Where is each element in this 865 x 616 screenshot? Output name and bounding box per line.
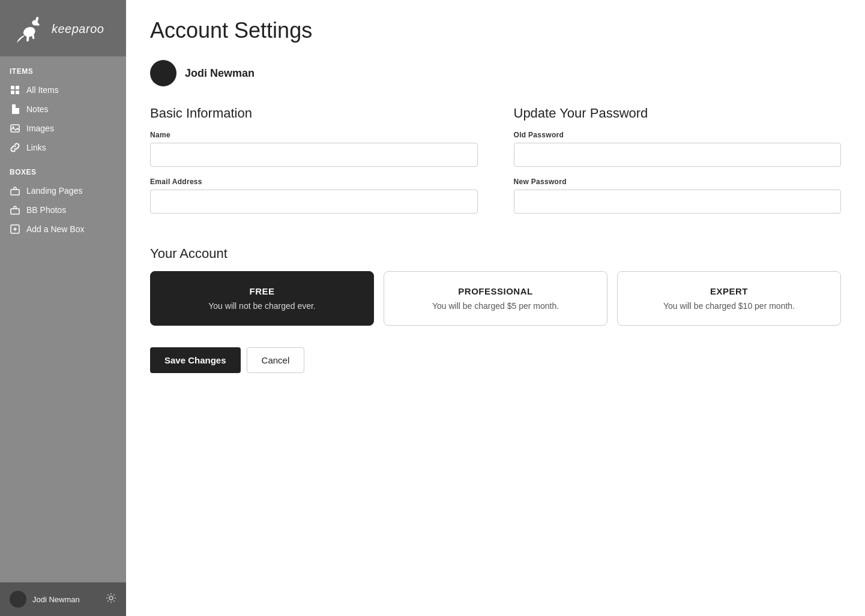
email-label: Email Address — [150, 178, 478, 186]
update-password-title: Update Your Password — [514, 106, 842, 121]
sidebar-item-label: All Items — [26, 85, 59, 95]
page-title: Account Settings — [150, 18, 841, 43]
sidebar-item-add-new-box[interactable]: Add a New Box — [0, 220, 126, 239]
logo-area[interactable]: keeparoo — [0, 0, 126, 56]
sidebar-item-landing-pages[interactable]: Landing Pages — [0, 181, 126, 200]
user-display-name: Jodi Newman — [185, 67, 255, 80]
user-avatar — [150, 60, 176, 86]
grid-icon — [10, 85, 20, 95]
name-label: Name — [150, 131, 478, 139]
email-input[interactable] — [150, 190, 478, 214]
box-icon-2 — [10, 205, 20, 215]
sidebar-section-label-items: ITEMS — [0, 56, 126, 80]
sidebar-item-notes[interactable]: Notes — [0, 100, 126, 119]
sidebar-footer: Jodi Newman — [0, 582, 126, 616]
old-password-field-group: Old Password — [514, 131, 842, 167]
sidebar-item-bb-photos[interactable]: BB Photos — [0, 200, 126, 220]
sidebar-item-links[interactable]: Links — [0, 138, 126, 157]
user-header: Jodi Newman — [150, 60, 841, 86]
name-input[interactable] — [150, 143, 478, 167]
sidebar-item-images[interactable]: Images — [0, 119, 126, 138]
svg-point-16 — [109, 596, 113, 600]
plan-name-expert: EXPERT — [630, 286, 828, 296]
plan-name-free: FREE — [163, 286, 361, 296]
update-password-section: Update Your Password Old Password New Pa… — [514, 106, 842, 224]
sidebar-item-all-items[interactable]: All Items — [0, 80, 126, 100]
cancel-button[interactable]: Cancel — [247, 347, 305, 373]
new-password-input[interactable] — [514, 190, 842, 214]
new-password-field-group: New Password — [514, 178, 842, 214]
form-sections: Basic Information Name Email Address Upd… — [150, 106, 841, 224]
plus-box-icon — [10, 224, 20, 235]
save-changes-button[interactable]: Save Changes — [150, 347, 241, 373]
basic-info-title: Basic Information — [150, 106, 478, 121]
svg-rect-7 — [11, 86, 14, 89]
plan-name-professional: PROFESSIONAL — [396, 286, 595, 296]
basic-information-section: Basic Information Name Email Address — [150, 106, 478, 224]
plan-desc-expert: You will be charged $10 per month. — [630, 301, 828, 311]
link-icon — [10, 142, 20, 153]
logo-icon — [10, 11, 46, 47]
doc-icon — [10, 104, 20, 115]
sidebar-section-boxes: BOXES Landing Pages BB Photos — [0, 157, 126, 239]
sidebar-section-items: ITEMS All Items Notes — [0, 56, 126, 157]
svg-rect-8 — [16, 86, 19, 89]
plan-desc-professional: You will be charged $5 per month. — [396, 301, 595, 311]
svg-rect-9 — [11, 91, 14, 94]
new-password-label: New Password — [514, 178, 842, 186]
svg-rect-10 — [16, 91, 19, 94]
logo-text: keeparoo — [52, 22, 104, 36]
footer-username: Jodi Newman — [32, 595, 100, 604]
your-account-title: Your Account — [150, 246, 841, 262]
gear-icon[interactable] — [106, 593, 116, 606]
plan-card-free[interactable]: FREE You will not be charged ever. — [150, 271, 374, 326]
email-field-group: Email Address — [150, 178, 478, 214]
footer-avatar — [10, 591, 26, 608]
action-buttons: Save Changes Cancel — [150, 347, 841, 373]
old-password-input[interactable] — [514, 143, 842, 167]
sidebar-item-label: BB Photos — [26, 205, 66, 215]
plan-desc-free: You will not be charged ever. — [163, 301, 361, 311]
sidebar-item-label: Notes — [26, 104, 49, 114]
your-account-section: Your Account FREE You will not be charge… — [150, 246, 841, 326]
sidebar-item-label: Landing Pages — [26, 186, 82, 196]
sidebar-item-label: Links — [26, 143, 46, 152]
name-field-group: Name — [150, 131, 478, 167]
plan-card-professional[interactable]: PROFESSIONAL You will be charged $5 per … — [384, 271, 607, 326]
sidebar-section-label-boxes: BOXES — [0, 157, 126, 181]
main-content: Account Settings Jodi Newman Basic Infor… — [126, 0, 865, 616]
sidebar: keeparoo ITEMS All Items Notes — [0, 0, 126, 616]
plan-card-expert[interactable]: EXPERT You will be charged $10 per month… — [617, 271, 841, 326]
plan-cards: FREE You will not be charged ever. PROFE… — [150, 271, 841, 326]
sidebar-item-label: Add a New Box — [26, 224, 85, 234]
image-icon — [10, 123, 20, 134]
sidebar-item-label: Images — [26, 124, 54, 133]
box-icon — [10, 185, 20, 196]
old-password-label: Old Password — [514, 131, 842, 139]
